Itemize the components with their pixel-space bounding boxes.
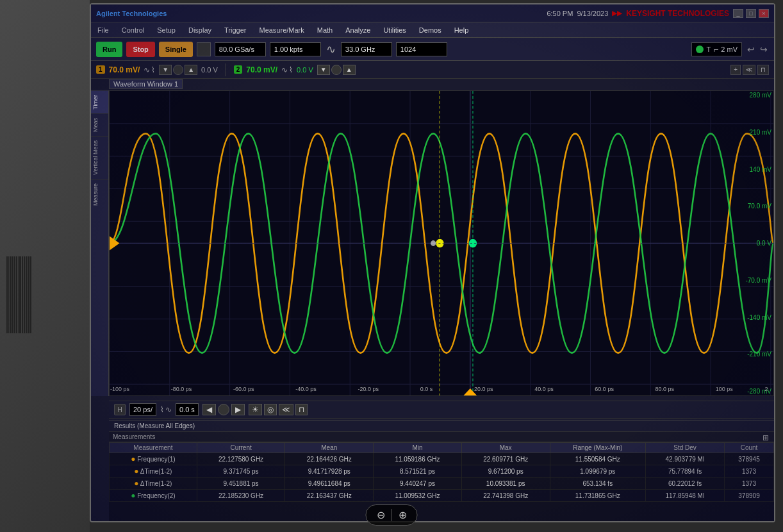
y-label-n70: -70.0 mV	[745, 277, 771, 284]
cell-max: 9.671200 ps	[461, 465, 550, 478]
cell-mean: 22.164426 GHz	[285, 453, 374, 465]
cell-measurement: ● Frequency(1)	[110, 453, 197, 465]
menu-bar: File Control Setup Display Trigger Measu…	[91, 22, 774, 38]
x-axis-num: 2	[760, 384, 773, 394]
results-table: Measurement Current Mean Min Max Range (…	[109, 442, 774, 502]
zoom-out-button[interactable]: ⊖	[372, 508, 390, 522]
table-row: ● Frequency(1) 22.127580 GHz 22.164426 G…	[110, 453, 774, 465]
ch1-scale: 70.0 mV/	[109, 65, 140, 74]
cell-count: 378945	[725, 453, 774, 465]
tb-center-btn[interactable]	[218, 404, 229, 415]
toolbar: Run Stop Single 80.0 GSa/s 1.00 kpts ∿ 3…	[91, 38, 774, 61]
ch2-scale: 70.0 mV/	[246, 65, 277, 74]
ch2-down-btn[interactable]: ▼	[317, 65, 330, 75]
ch1-up-btn[interactable]: ▲	[185, 65, 197, 75]
tb-prev-btn[interactable]: ◀	[202, 404, 216, 415]
cell-mean: 9.41717928 ps	[285, 465, 374, 478]
stop-button[interactable]: Stop	[126, 42, 154, 57]
y-label-n210: -210 mV	[747, 351, 771, 358]
ch2-buttons: ▼ ▲	[317, 65, 356, 75]
signal-icon: ∿	[325, 42, 337, 56]
sidebar-tab-meas[interactable]: Meas	[91, 113, 108, 136]
menu-trigger[interactable]: Trigger	[222, 25, 249, 35]
undo-icon[interactable]: ↩	[746, 43, 756, 56]
cell-stddev: 75.77894 fs	[646, 465, 725, 478]
menu-control[interactable]: Control	[119, 25, 147, 35]
cell-max: 22.741398 GHz	[461, 490, 550, 502]
cell-stddev: 117.85948 MI	[646, 490, 725, 502]
minimize-button[interactable]: _	[733, 9, 743, 18]
company-logo: Agilent Technologies	[96, 10, 167, 17]
sidebar-tab-timer[interactable]: Timer	[91, 90, 108, 113]
ch1-zero-btn[interactable]	[173, 65, 183, 75]
ch2-zero-btn[interactable]	[331, 65, 342, 75]
table-row: ● ΔTime(1-2) 9.371745 ps 9.41717928 ps 8…	[110, 465, 774, 478]
timebase-controls: ◀ ▶	[202, 404, 245, 415]
tb-sun-btn[interactable]: ☀	[249, 404, 262, 415]
cell-current: 22.185230 GHz	[197, 490, 285, 502]
sidebar-tab-measure[interactable]: Measure	[91, 179, 108, 210]
zoom-minus-btn[interactable]: +	[730, 65, 741, 75]
ch1-down-btn[interactable]: ▼	[159, 65, 172, 75]
cell-min: 11.009532 GHz	[374, 490, 462, 502]
table-header-row: Measurement Current Mean Min Max Range (…	[110, 443, 774, 453]
svg-point-28	[431, 240, 436, 246]
tb-arrows-btn[interactable]: ≪	[279, 404, 293, 415]
waveform-area	[109, 90, 774, 396]
left-bezel	[0, 0, 90, 532]
menu-demos[interactable]: Demos	[416, 25, 444, 35]
x-label-n100: -100 ps	[110, 386, 129, 392]
timebase-extra-controls: ☀ ◎ ≪ ⊓	[249, 404, 308, 415]
tb-circle-btn[interactable]: ◎	[264, 404, 277, 415]
col-max: Max	[461, 443, 550, 453]
tb-marker-btn[interactable]: ⊓	[295, 404, 308, 415]
cell-min: 11.059186 GHz	[374, 453, 462, 465]
single-button[interactable]: Single	[159, 42, 193, 57]
timebase-wave-icons: ⌇∿	[160, 405, 172, 414]
sidebar-tab-vertical[interactable]: Vertical Meas	[91, 136, 108, 179]
cell-count: 378909	[725, 490, 774, 502]
run-button[interactable]: Run	[96, 42, 122, 57]
timebase-position-value: 0.0 s	[176, 403, 199, 416]
menu-file[interactable]: File	[95, 25, 111, 35]
results-header: Results (Measure All Edges)	[109, 420, 774, 432]
cell-count: 1373	[725, 478, 774, 490]
y-label-70: 70.0 mV	[748, 203, 771, 210]
close-button[interactable]: ×	[759, 9, 769, 18]
ch2-offset: 0.0 V	[297, 66, 313, 74]
x-label-n20: -20.0 ps	[358, 386, 379, 392]
trigger-indicator	[696, 46, 704, 53]
cell-measurement: ● ΔTime(1-2)	[110, 478, 197, 490]
cell-range: 1.099679 ps	[550, 465, 646, 478]
menu-utilities[interactable]: Utilities	[381, 25, 408, 35]
cell-range: 11.731865 GHz	[550, 490, 646, 502]
timebase-icon[interactable]: H	[114, 404, 126, 415]
camera-icon[interactable]	[197, 42, 211, 56]
cell-measurement: ● Frequency(2)	[110, 490, 197, 502]
tb-next-btn[interactable]: ▶	[231, 404, 245, 415]
redo-icon[interactable]: ↪	[759, 43, 769, 56]
col-measurement: Measurement	[110, 443, 197, 453]
table-row: ● Frequency(2) 22.185230 GHz 22.163437 G…	[110, 490, 774, 502]
ch2-up-btn[interactable]: ▲	[343, 65, 356, 75]
menu-analyze[interactable]: Analyze	[343, 25, 373, 35]
menu-help[interactable]: Help	[452, 25, 472, 35]
menu-math[interactable]: Math	[315, 25, 335, 35]
maximize-button[interactable]: □	[746, 9, 756, 18]
x-label-0: 0.0 s	[420, 386, 433, 392]
zoom-arrows-btn[interactable]: ≪	[743, 65, 755, 75]
timebase-scale-value: 20 ps/	[129, 403, 156, 416]
cell-range: 653.134 fs	[550, 478, 646, 490]
zoom-in-button[interactable]: ⊕	[393, 508, 412, 522]
menu-setup[interactable]: Setup	[154, 25, 178, 35]
marker-btn[interactable]: ⊓	[757, 65, 769, 75]
col-range: Range (Max-Min)	[550, 443, 646, 453]
col-count: Count	[725, 443, 774, 453]
x-label-60: 60.0 ps	[595, 386, 614, 392]
x-label-n80: -80.0 ps	[171, 386, 192, 392]
menu-display[interactable]: Display	[186, 25, 214, 35]
ch1-label: 1	[96, 65, 105, 74]
col-current: Current	[197, 443, 285, 453]
ch2-label: 2	[234, 65, 243, 74]
menu-measure-mark[interactable]: Measure/Mark	[256, 25, 306, 35]
